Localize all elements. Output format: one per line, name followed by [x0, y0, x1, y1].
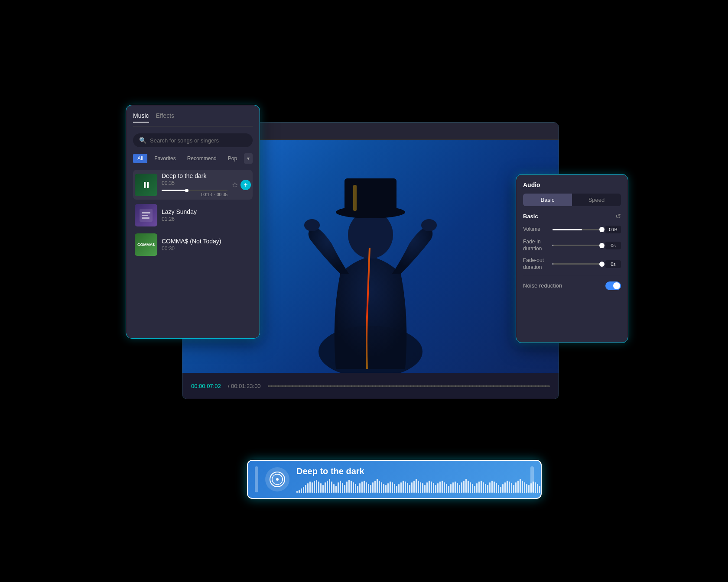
waveform-bar [405, 482, 406, 493]
volume-handle [599, 227, 604, 232]
waveform-bar [515, 482, 517, 493]
waveform-bar [379, 481, 380, 493]
lazy-thumb-inner [135, 204, 157, 226]
waveform-bar [335, 486, 337, 493]
waveform-bar [355, 484, 356, 493]
waveform-bar [309, 482, 311, 493]
svg-rect-6 [344, 178, 396, 214]
waveform-bar [322, 485, 324, 493]
progress-bar-1[interactable] [162, 190, 228, 191]
waveform-bar [346, 482, 348, 493]
waveform-bar [303, 487, 304, 493]
waveform-bar [500, 487, 501, 493]
waveform-bar [494, 482, 495, 493]
tab-effects[interactable]: Effects [156, 112, 175, 123]
waveform-bar [524, 482, 525, 493]
mode-tab-speed[interactable]: Speed [572, 194, 621, 206]
star-button-1[interactable]: ☆ [232, 181, 238, 189]
volume-slider[interactable] [552, 229, 602, 230]
waveform-bar [452, 482, 454, 493]
waveform-bar [517, 481, 519, 493]
waveform-bar [442, 481, 443, 493]
waveform-bar [468, 481, 469, 493]
song-item-1[interactable]: Deep to the dark 00:35 00:13 · 00:35 ☆ [133, 170, 253, 200]
waveform-bar [459, 485, 460, 493]
waveform-bar [368, 484, 369, 493]
waveform-bar [374, 481, 376, 493]
waveform-bar [433, 483, 434, 493]
mode-tab-basic[interactable]: Basic [523, 194, 572, 206]
waveform-bar [513, 485, 514, 493]
waveform-bar [325, 482, 326, 493]
waveform-bar [418, 481, 419, 493]
svg-rect-9 [142, 212, 150, 213]
waveform-bar [511, 483, 512, 493]
fadein-fill [552, 245, 553, 246]
waveform-bar [381, 482, 382, 493]
fadein-slider[interactable] [552, 245, 602, 246]
timeline-dots [268, 385, 550, 387]
waveform-bar [502, 484, 504, 493]
tab-music[interactable]: Music [133, 112, 149, 123]
waveform-bar [522, 481, 523, 493]
waveform-bar [320, 483, 322, 493]
filter-row: All Favorites Recommend Pop ▾ [133, 153, 253, 164]
svg-point-14 [276, 478, 279, 481]
waveform-bar [539, 486, 540, 493]
song-duration-2: 01:26 [162, 216, 251, 222]
waveform-bar [528, 485, 530, 493]
np-handle-left [255, 466, 258, 492]
waveform-bar [348, 480, 350, 493]
waveform-bar [316, 480, 317, 493]
waveform-bar [446, 484, 447, 493]
waveform-bar [507, 481, 508, 493]
waveform-bar [470, 482, 471, 493]
waveform-bar [431, 482, 432, 493]
waveform-bar [444, 482, 445, 493]
waveform-bar [457, 483, 458, 493]
waveform-bar [496, 483, 497, 493]
song-item-3[interactable]: COMMA$ COMMA$ (Not Today) 00:30 [133, 231, 253, 259]
waveform-bar [420, 482, 421, 493]
waveform-bar [327, 481, 328, 493]
filter-recommend[interactable]: Recommend [183, 154, 221, 163]
waveform-bar [504, 482, 506, 493]
filter-more-button[interactable]: ▾ [244, 153, 253, 164]
song-thumb-1 [135, 174, 157, 196]
fadeout-slider[interactable] [552, 263, 602, 265]
song-duration-1: 00:35 [162, 180, 228, 186]
search-input[interactable] [150, 137, 247, 144]
filter-favorites[interactable]: Favorites [150, 154, 180, 163]
waveform-bar [403, 481, 404, 493]
song-item-2[interactable]: Lazy Sunday 01:26 [133, 201, 253, 229]
timeline-track[interactable] [268, 385, 550, 387]
search-box[interactable]: 🔍 [133, 133, 253, 147]
waveform-bar [409, 485, 410, 493]
waveform-bar [439, 482, 441, 493]
pause-icon [144, 182, 149, 188]
noise-reduction-toggle[interactable] [605, 281, 621, 290]
waveform-bar [485, 484, 486, 493]
svg-rect-7 [353, 185, 357, 211]
time-current-1: 00:13 [201, 192, 212, 197]
fadeout-value: 0s [605, 260, 621, 268]
waveform-bar [411, 482, 413, 493]
song-actions-1: ☆ + [232, 180, 251, 190]
waveform-bar [474, 486, 475, 493]
add-button-1[interactable]: + [240, 180, 251, 190]
waveform-bar [383, 484, 384, 493]
filter-pop[interactable]: Pop [224, 154, 241, 163]
waveform-bar [364, 481, 365, 493]
waveform-bar [329, 479, 330, 493]
filter-all[interactable]: All [133, 154, 147, 163]
waveform-bar [307, 483, 309, 493]
song-thumb-2 [135, 204, 157, 226]
progress-fill-1 [162, 190, 187, 191]
waveform-bar [481, 481, 482, 493]
svg-rect-10 [142, 215, 148, 216]
waveform-bar [351, 481, 352, 493]
reset-button[interactable]: ↺ [615, 212, 621, 220]
pause-bar-right [147, 182, 149, 188]
waveform-bar [390, 482, 391, 493]
waveform-bar [296, 491, 298, 493]
